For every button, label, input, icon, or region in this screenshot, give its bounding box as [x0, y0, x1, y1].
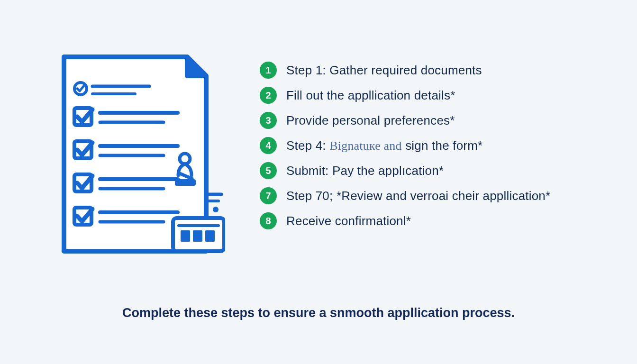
- step-item: 3 Provide personal preferences*: [260, 112, 610, 129]
- step-item: 4 Step 4: Bignatuке and sign the form*: [260, 137, 610, 154]
- step-item: 8 Receive confirmationl*: [260, 212, 610, 229]
- step-number-badge: 3: [260, 112, 277, 129]
- svg-rect-22: [181, 230, 190, 242]
- steps-list: 1 Step 1: Gather required documents 2 Fi…: [260, 62, 610, 237]
- svg-rect-24: [205, 230, 215, 242]
- svg-point-20: [213, 207, 218, 212]
- step-label: Fill out the appllication details*: [286, 88, 455, 103]
- step-number-badge: 2: [260, 87, 277, 104]
- step-label-cursive: Bignatuке and: [329, 139, 402, 153]
- step-number-badge: 7: [260, 187, 277, 204]
- checklist-document-icon: [55, 52, 225, 261]
- step-number-badge: 5: [260, 162, 277, 179]
- step-number-badge: 8: [260, 212, 277, 229]
- step-label: Step 70; *Review and verroai cheir appll…: [286, 189, 550, 203]
- step-item: 2 Fill out the appllication details*: [260, 87, 610, 104]
- svg-marker-0: [188, 58, 205, 75]
- svg-rect-17: [175, 179, 196, 186]
- footer-note: Complete these steps to ensure a snmooth…: [0, 306, 637, 320]
- step-label: Step 4: Bignatuке and sign the form*: [286, 138, 482, 153]
- step-item: 7 Step 70; *Review and verroai cheir app…: [260, 187, 610, 204]
- step-label-suffix: sign the form*: [402, 138, 483, 153]
- step-item: 5 Submit: Pay the applıcation*: [260, 162, 610, 179]
- step-label-prefix: Step 4:: [286, 138, 329, 153]
- step-label: Provide personal preferences*: [286, 113, 455, 128]
- step-number-badge: 4: [260, 137, 277, 154]
- step-label: Receive confirmationl*: [286, 214, 411, 228]
- step-label: Step 1: Gather required documents: [286, 63, 482, 78]
- step-label: Submit: Pay the applıcation*: [286, 164, 444, 178]
- step-number-badge: 1: [260, 62, 277, 79]
- svg-rect-23: [193, 230, 202, 242]
- page: 1 Step 1: Gather required documents 2 Fi…: [0, 0, 637, 364]
- step-item: 1 Step 1: Gather required documents: [260, 62, 610, 79]
